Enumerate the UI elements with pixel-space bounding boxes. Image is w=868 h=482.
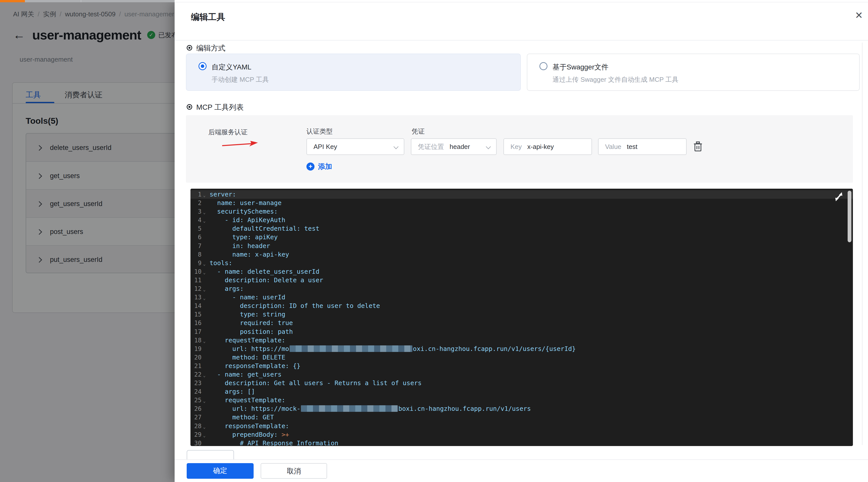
radio-unchecked-icon[interactable] (539, 62, 548, 70)
edit-mode-bullet-icon (187, 45, 192, 51)
code-text: description: Get all users - Returns a l… (210, 379, 422, 387)
code-text: in: header (210, 242, 270, 250)
fold-chevron-icon[interactable]: ⌄ (203, 217, 206, 225)
mcp-list-bullet-icon (187, 104, 192, 110)
delete-credential-icon[interactable] (693, 141, 703, 152)
line-number: 6 (190, 233, 202, 242)
code-line: 25⌄ requestTemplate: (190, 396, 853, 405)
line-number: 7 (190, 242, 202, 250)
code-text: - name: delete_users_userId (210, 267, 319, 276)
ok-button[interactable]: 确定 (187, 463, 254, 479)
code-text: name: x-api-key (210, 250, 289, 259)
line-number: 9 (190, 259, 202, 267)
credential-value-input[interactable]: Valuetest (598, 138, 687, 155)
credential-position-select[interactable]: 凭证位置header (411, 138, 497, 155)
code-line: 17 position: path (190, 327, 853, 336)
auth-type-label: 认证类型 (306, 127, 333, 136)
code-text: - name: get_users (210, 370, 282, 379)
credential-key-input[interactable]: Keyx-api-key (503, 138, 592, 155)
position-prefix: 凭证位置 (418, 143, 444, 151)
code-line: 24 args: [] (190, 387, 853, 396)
backend-auth-label: 后端服务认证 (208, 128, 248, 137)
code-text: required: true (210, 319, 293, 327)
fold-chevron-icon[interactable]: ⌄ (203, 208, 206, 217)
fold-chevron-icon[interactable]: ⌄ (203, 260, 206, 268)
code-text: description: ID of the user to delete (210, 301, 380, 310)
line-number: 24 (190, 387, 202, 396)
redacted-url-segment (301, 405, 398, 412)
code-text: # API Response Information (210, 439, 338, 446)
radio-checked-icon[interactable] (198, 62, 207, 70)
code-text: method: DELETE (210, 353, 285, 362)
line-number: 2 (190, 199, 202, 207)
credential-label: 凭证 (412, 127, 425, 136)
code-line: 12⌄ args: (190, 285, 853, 293)
line-number: 29 (190, 430, 202, 439)
fold-chevron-icon[interactable]: ⌄ (203, 285, 206, 294)
fold-chevron-icon[interactable]: ⌄ (203, 337, 206, 345)
key-prefix: Key (510, 143, 522, 151)
code-text: method: GET (210, 413, 274, 422)
code-line: 3⌄ securitySchemes: (190, 207, 853, 216)
code-line: 30 # API Response Information (190, 439, 853, 446)
add-credential-button[interactable]: +添加 (306, 162, 332, 171)
line-number: 30 (190, 439, 202, 446)
position-value: header (450, 143, 470, 151)
code-text: url: https://mooxi.cn-hangzhou.fcapp.run… (210, 345, 576, 353)
edit-mode-label: 编辑方式 (196, 43, 225, 53)
active-tab-indicator (0, 0, 25, 2)
code-text: type: string (210, 310, 285, 319)
line-number: 19 (190, 345, 202, 353)
line-number: 3 (190, 207, 202, 216)
code-line: 23 description: Get all users - Returns … (190, 379, 853, 387)
code-text: - name: userId (210, 293, 285, 301)
line-number: 5 (190, 224, 202, 233)
line-number: 27 (190, 413, 202, 422)
code-line: 14 description: ID of the user to delete (190, 301, 853, 310)
radio-card-custom-yaml[interactable]: 自定义YAML 手动创建 MCP 工具 (186, 54, 521, 91)
radio-card-desc: 通过上传 Swagger 文件自动生成 MCP 工具 (553, 75, 679, 84)
fold-chevron-icon[interactable]: ⌄ (203, 294, 206, 302)
code-line: 11 description: Delete a user (190, 276, 853, 285)
code-line: 28⌄ responseTemplate: (190, 422, 853, 430)
add-label: 添加 (318, 162, 332, 170)
close-icon[interactable]: ✕ (855, 10, 863, 20)
redacted-url-segment (289, 345, 412, 352)
code-text: defaultCredential: test (210, 224, 319, 233)
code-line: 22⌄ - name: get_users (190, 370, 853, 379)
fold-chevron-icon[interactable]: ⌄ (203, 371, 206, 380)
code-line: 27 method: GET (190, 413, 853, 422)
fold-chevron-icon[interactable]: ⌄ (203, 397, 206, 405)
chrome-right-segment (175, 0, 868, 2)
chevron-down-icon (486, 144, 491, 149)
radio-card-swagger[interactable]: 基于Swagger文件 通过上传 Swagger 文件自动生成 MCP 工具 (527, 54, 860, 91)
plus-icon: + (306, 162, 314, 170)
fold-chevron-icon[interactable]: ⌄ (203, 268, 206, 277)
code-line: 26 url: https://mock-boxi.cn-hangzhou.fc… (190, 405, 853, 413)
code-text: name: user-manage (210, 199, 282, 207)
line-number: 13 (190, 293, 202, 301)
code-text: responseTemplate: (210, 422, 289, 430)
code-line: 5 defaultCredential: test (190, 224, 853, 233)
code-line: 2 name: user-manage (190, 199, 853, 207)
header-divider (175, 40, 868, 40)
editor-expand-icon[interactable] (833, 191, 844, 202)
auth-type-select[interactable]: API Key (306, 138, 404, 155)
code-line: 18⌄ requestTemplate: (190, 336, 853, 345)
radio-card-desc: 手动创建 MCP 工具 (212, 75, 269, 84)
cancel-button[interactable]: 取消 (261, 463, 327, 479)
auth-type-value: API Key (313, 143, 337, 151)
value-prefix: Value (605, 143, 621, 151)
code-line: 15 type: string (190, 310, 853, 319)
drawer-title: 编辑工具 (191, 11, 225, 23)
edit-tool-drawer: 编辑工具 ✕ 编辑方式 自定义YAML 手动创建 MCP 工具 基于Swagge… (175, 2, 868, 482)
editor-scrollbar-thumb[interactable] (848, 191, 851, 242)
fold-chevron-icon[interactable]: ⌄ (203, 431, 206, 440)
fold-chevron-icon[interactable]: ⌄ (203, 423, 206, 431)
yaml-code-editor[interactable]: 1⌄server:2 name: user-manage3⌄ securityS… (190, 189, 853, 446)
fold-chevron-icon[interactable]: ⌄ (203, 191, 206, 199)
mcp-list-label: MCP 工具列表 (196, 102, 244, 113)
code-line: 4⌄ - id: ApiKeyAuth (190, 216, 853, 224)
value-value: test (627, 143, 638, 151)
code-line: 13⌄ - name: userId (190, 293, 853, 301)
